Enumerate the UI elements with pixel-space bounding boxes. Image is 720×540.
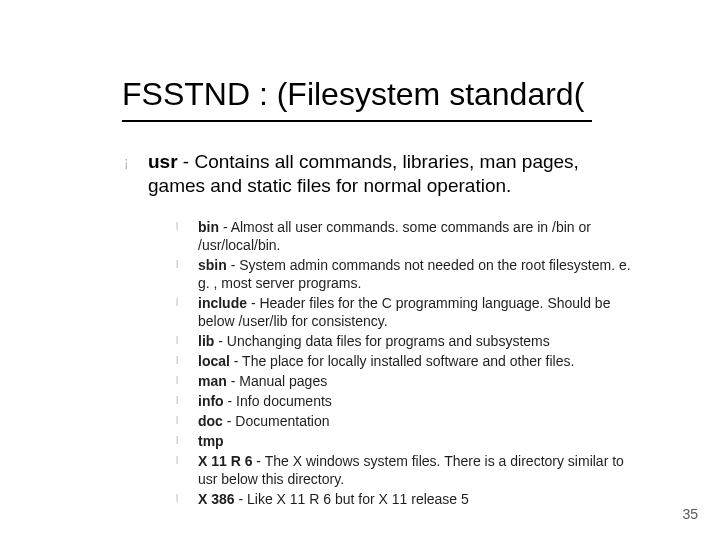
level2-desc: - Almost all user commands. some command… (198, 219, 591, 253)
title-underline (122, 120, 592, 122)
level2-item: llib - Unchanging data files for program… (176, 332, 642, 350)
level2-text: man - Manual pages (198, 372, 327, 390)
level2-desc: - The place for locally installed softwa… (230, 353, 574, 369)
level2-text: include - Header files for the C program… (198, 294, 642, 330)
disc-bullet-icon: l (176, 294, 184, 312)
level2-key: sbin (198, 257, 227, 273)
level2-text: bin - Almost all user commands. some com… (198, 218, 642, 254)
level2-item: lbin - Almost all user commands. some co… (176, 218, 642, 254)
disc-bullet-icon: l (176, 352, 184, 370)
hollow-circle-bullet-icon: ¡ (124, 150, 134, 174)
level1-list: ¡ usr - Contains all commands, libraries… (124, 150, 608, 198)
level2-text: info - Info documents (198, 392, 332, 410)
level1-item: ¡ usr - Contains all commands, libraries… (124, 150, 608, 198)
disc-bullet-icon: l (176, 332, 184, 350)
level2-text: X 11 R 6 - The X windows system files. T… (198, 452, 642, 488)
disc-bullet-icon: l (176, 372, 184, 390)
level2-key: local (198, 353, 230, 369)
level2-item: linclude - Header files for the C progra… (176, 294, 642, 330)
page-number: 35 (682, 506, 698, 522)
level2-key: X 386 (198, 491, 235, 507)
level2-desc: - Like X 11 R 6 but for X 11 release 5 (235, 491, 469, 507)
level2-key: tmp (198, 433, 224, 449)
disc-bullet-icon: l (176, 490, 184, 508)
disc-bullet-icon: l (176, 218, 184, 236)
disc-bullet-icon: l (176, 392, 184, 410)
level1-desc: - Contains all commands, libraries, man … (148, 151, 579, 196)
level2-key: doc (198, 413, 223, 429)
level2-desc: - Unchanging data files for programs and… (214, 333, 549, 349)
level2-text: doc - Documentation (198, 412, 330, 430)
level2-item: ldoc - Documentation (176, 412, 642, 430)
level2-item: lX 11 R 6 - The X windows system files. … (176, 452, 642, 488)
level2-item: linfo - Info documents (176, 392, 642, 410)
level2-desc: - The X windows system files. There is a… (198, 453, 624, 487)
level2-desc: - System admin commands not needed on th… (198, 257, 631, 291)
level1-text: usr - Contains all commands, libraries, … (148, 150, 608, 198)
level2-item: llocal - The place for locally installed… (176, 352, 642, 370)
level2-key: bin (198, 219, 219, 235)
disc-bullet-icon: l (176, 452, 184, 470)
level2-desc: - Documentation (223, 413, 330, 429)
level1-key: usr (148, 151, 178, 172)
level2-text: local - The place for locally installed … (198, 352, 574, 370)
level2-key: info (198, 393, 224, 409)
disc-bullet-icon: l (176, 256, 184, 274)
disc-bullet-icon: l (176, 432, 184, 450)
level2-text: tmp (198, 432, 224, 450)
level2-desc: - Header files for the C programming lan… (198, 295, 610, 329)
level2-text: lib - Unchanging data files for programs… (198, 332, 550, 350)
level2-desc: - Info documents (224, 393, 332, 409)
disc-bullet-icon: l (176, 412, 184, 430)
slide-title: FSSTND : (Filesystem standard( (122, 76, 584, 113)
level2-item: lsbin - System admin commands not needed… (176, 256, 642, 292)
level2-item: lman - Manual pages (176, 372, 642, 390)
level2-text: X 386 - Like X 11 R 6 but for X 11 relea… (198, 490, 469, 508)
level2-key: man (198, 373, 227, 389)
level2-item: ltmp (176, 432, 642, 450)
level2-key: include (198, 295, 247, 311)
level2-key: lib (198, 333, 214, 349)
level2-list: lbin - Almost all user commands. some co… (176, 218, 642, 510)
level2-desc: - Manual pages (227, 373, 327, 389)
level2-item: lX 386 - Like X 11 R 6 but for X 11 rele… (176, 490, 642, 508)
level2-text: sbin - System admin commands not needed … (198, 256, 642, 292)
level2-key: X 11 R 6 (198, 453, 252, 469)
